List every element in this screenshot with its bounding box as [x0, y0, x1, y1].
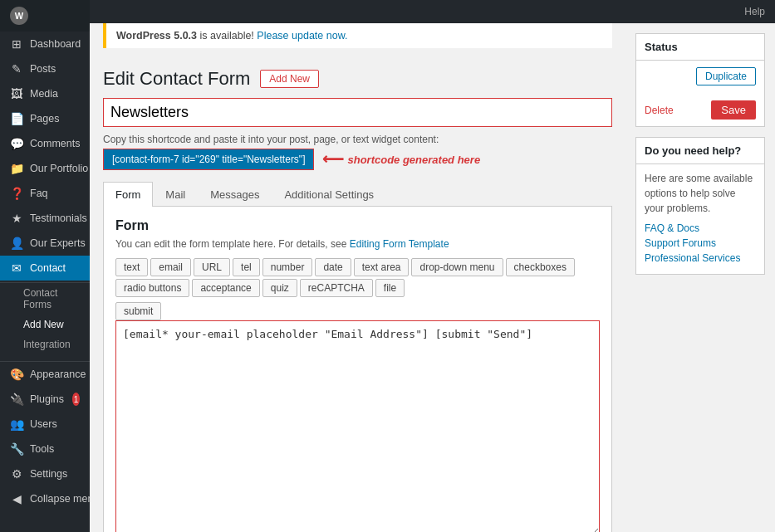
- editing-form-template-link[interactable]: Editing Form Template: [350, 238, 449, 250]
- tag-btn-dropdown[interactable]: drop-down menu: [411, 258, 503, 276]
- sidebar-item-label: Testimonials: [30, 212, 87, 224]
- sidebar-item-comments[interactable]: 💬 Comments: [0, 131, 90, 156]
- plugins-badge: 1: [72, 393, 80, 406]
- submit-btn-row: submit: [115, 302, 600, 320]
- duplicate-row: Duplicate: [645, 67, 756, 85]
- status-box-title: Status: [636, 34, 764, 61]
- sidebar-item-plugins[interactable]: 🔌 Plugins 1: [0, 387, 90, 412]
- tag-btn-submit[interactable]: submit: [115, 302, 161, 320]
- sidebar-sub-contact-forms[interactable]: Contact Forms: [0, 283, 90, 315]
- appearance-icon: 🎨: [10, 368, 23, 381]
- faq-docs-link[interactable]: FAQ & Docs: [645, 222, 756, 234]
- sidebar-item-experts[interactable]: 👤 Our Experts: [0, 231, 90, 256]
- page-title: Edit Contact Form: [103, 68, 250, 90]
- comments-icon: 💬: [10, 137, 23, 150]
- sidebar-item-label: Our Experts: [30, 237, 86, 249]
- sidebar-item-appearance[interactable]: 🎨 Appearance: [0, 362, 90, 387]
- form-editor-hint: You can edit the form template here. For…: [115, 238, 600, 250]
- form-editor-title: Form: [115, 218, 600, 233]
- sidebar-item-users[interactable]: 👥 Users: [0, 412, 90, 437]
- professional-services-link[interactable]: Professional Services: [645, 252, 756, 264]
- faq-icon: ❓: [10, 187, 23, 200]
- tag-btn-text[interactable]: text: [115, 258, 148, 276]
- sidebar-item-posts[interactable]: ✎ Posts: [0, 56, 90, 81]
- sidebar-sub-add-new[interactable]: Add New: [0, 315, 90, 334]
- tag-btn-checkboxes[interactable]: checkboxes: [506, 258, 575, 276]
- delete-save-row: Delete Save: [636, 97, 764, 126]
- tag-btn-url[interactable]: URL: [194, 258, 230, 276]
- hint-text: You can edit the form template here. For…: [115, 238, 350, 250]
- users-icon: 👥: [10, 417, 23, 431]
- wp-version: WordPress 5.0.3: [116, 30, 197, 41]
- plugins-icon: 🔌: [10, 393, 23, 406]
- tag-btn-radio[interactable]: radio buttons: [115, 279, 189, 297]
- form-code-textarea[interactable]: [email* your-email placeholder "Email Ad…: [115, 320, 600, 532]
- sidebar-item-label: Contact: [30, 262, 66, 274]
- sidebar-item-label: Appearance: [30, 368, 86, 380]
- media-icon: 🖼: [10, 87, 23, 100]
- update-link[interactable]: Please update now.: [257, 30, 347, 41]
- shortcode-box[interactable]: [contact-form-7 id="269" title="Newslett…: [103, 149, 314, 170]
- sidebar-item-label: Posts: [30, 63, 56, 75]
- sidebar-item-dashboard[interactable]: ⊞ Dashboard: [0, 32, 90, 56]
- wp-logo: W: [0, 0, 90, 32]
- tag-btn-quiz[interactable]: quiz: [262, 279, 297, 297]
- tag-btn-recaptcha[interactable]: reCAPTCHA: [300, 279, 373, 297]
- save-button[interactable]: Save: [711, 100, 756, 120]
- form-name-input[interactable]: [103, 98, 612, 127]
- tag-btn-date[interactable]: date: [315, 258, 351, 276]
- form-editor-panel: Form You can edit the form template here…: [103, 207, 612, 532]
- sidebar-sub-integration[interactable]: Integration: [0, 334, 90, 354]
- sidebar-item-media[interactable]: 🖼 Media: [0, 81, 90, 106]
- main: Help WordPress 5.0.3 is available! Pleas…: [90, 0, 775, 532]
- tab-messages[interactable]: Messages: [198, 182, 272, 207]
- sidebar-item-label: Our Portfolio: [30, 163, 88, 174]
- help-link[interactable]: Help: [744, 6, 765, 17]
- content-wrap: WordPress 5.0.3 is available! Please upd…: [90, 23, 775, 532]
- testimonials-icon: ★: [10, 212, 23, 225]
- page-title-row: Edit Contact Form Add New: [103, 58, 612, 90]
- tab-form[interactable]: Form: [103, 182, 153, 207]
- delete-link[interactable]: Delete: [645, 105, 674, 116]
- shortcode-arrow: ⟵ shortcode generated here: [322, 150, 480, 168]
- sidebar-item-label: Faq: [30, 188, 48, 199]
- tag-btn-textarea[interactable]: text area: [354, 258, 410, 276]
- add-new-button[interactable]: Add New: [260, 70, 319, 88]
- tag-buttons: text email URL tel number date text area…: [115, 258, 600, 297]
- contact-submenu: Contact Forms Add New Integration: [0, 282, 90, 354]
- duplicate-button[interactable]: Duplicate: [696, 67, 756, 85]
- sidebar-item-tools[interactable]: 🔧 Tools: [0, 437, 90, 461]
- sidebar-item-pages[interactable]: 📄 Pages: [0, 106, 90, 131]
- help-box-title: Do you need help?: [636, 138, 764, 164]
- sidebar-item-label: Users: [30, 418, 57, 430]
- tag-btn-email[interactable]: email: [150, 258, 191, 276]
- tab-additional-settings[interactable]: Additional Settings: [272, 182, 386, 207]
- sidebar-item-faq[interactable]: ❓ Faq: [0, 181, 90, 206]
- dashboard-icon: ⊞: [10, 37, 23, 51]
- sidebar-item-testimonials[interactable]: ★ Testimonials: [0, 206, 90, 231]
- contact-icon: ✉: [10, 261, 23, 275]
- sidebar: W ⊞ Dashboard ✎ Posts 🖼 Media 📄 Pages 💬 …: [0, 0, 90, 532]
- support-forums-link[interactable]: Support Forums: [645, 237, 756, 249]
- right-sidebar: Status Duplicate Delete Save Do you need…: [625, 23, 775, 532]
- tag-btn-tel[interactable]: tel: [233, 258, 260, 276]
- sidebar-item-portfolio[interactable]: 📁 Our Portfolio: [0, 156, 90, 181]
- tag-btn-number[interactable]: number: [262, 258, 313, 276]
- sidebar-item-label: Media: [30, 88, 58, 100]
- shortcode-hint: Copy this shortcode and paste it into yo…: [103, 134, 612, 145]
- bottom-menu-section: 🎨 Appearance 🔌 Plugins 1 👥 Users 🔧 Tools…: [0, 361, 90, 511]
- notice-text: is available!: [200, 30, 254, 41]
- tag-btn-file[interactable]: file: [375, 279, 405, 297]
- tab-mail[interactable]: Mail: [153, 182, 198, 207]
- arrow-icon: ⟵: [322, 150, 344, 168]
- status-box-content: Duplicate: [636, 61, 764, 97]
- sidebar-item-settings[interactable]: ⚙ Settings: [0, 461, 90, 486]
- sidebar-item-label: Plugins: [30, 393, 64, 405]
- tools-icon: 🔧: [10, 442, 23, 456]
- sidebar-item-label: Tools: [30, 443, 54, 455]
- collapse-icon: ◀: [10, 492, 23, 505]
- sidebar-item-collapse[interactable]: ◀ Collapse menu: [0, 486, 90, 511]
- portfolio-icon: 📁: [10, 162, 23, 175]
- tag-btn-acceptance[interactable]: acceptance: [192, 279, 259, 297]
- sidebar-item-contact[interactable]: ✉ Contact: [0, 256, 90, 281]
